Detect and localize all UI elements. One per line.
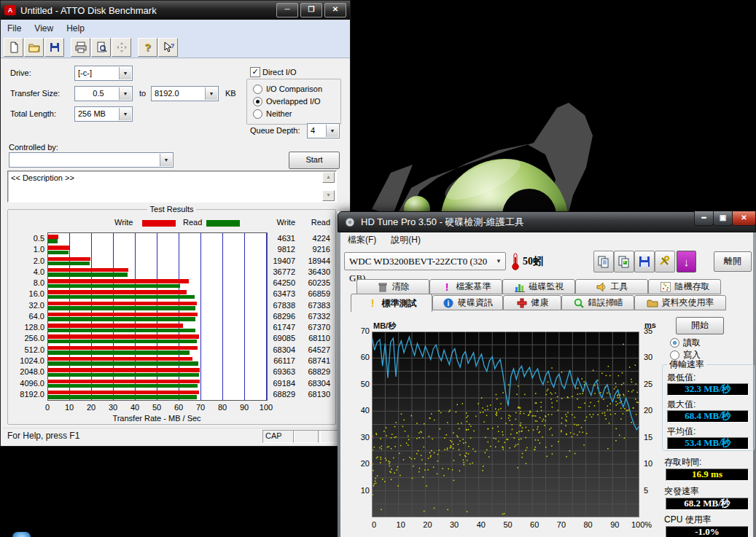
atto-maximize-button[interactable]: ❐ — [300, 3, 322, 17]
tab-硬碟資訊[interactable]: i硬碟資訊 — [432, 295, 503, 310]
row-label: 8192.0 — [8, 390, 44, 399]
right-axis-tick: 20 — [644, 406, 660, 415]
read-radio[interactable] — [670, 338, 679, 348]
save-screenshot-button[interactable] — [634, 251, 655, 273]
trash-icon — [377, 281, 389, 293]
save-button[interactable] — [44, 38, 64, 57]
drive-combo[interactable]: [-c-] ▼ — [74, 66, 133, 81]
transfer-to-arrow-icon[interactable]: ▼ — [205, 87, 217, 100]
drive-combo-arrow-icon[interactable]: ▼ — [119, 67, 131, 79]
hdtune-menu-item[interactable]: 檔案(F) — [340, 232, 383, 248]
test-results-title: Test Results — [147, 205, 197, 213]
controlled-by-arrow-icon[interactable]: ▼ — [160, 154, 172, 166]
hdtune-maximize-button[interactable]: ▣ — [713, 211, 733, 226]
description-scroll-down-icon[interactable]: ▼ — [322, 190, 335, 201]
description-scroll-up-icon[interactable]: ▲ — [322, 172, 335, 183]
exit-button[interactable]: 離開 — [714, 251, 752, 272]
tab-檔案基準[interactable]: !檔案基準 — [429, 279, 502, 294]
transfer-rate-group-title: 傳輸速率 — [667, 358, 706, 371]
tab-錯誤掃瞄[interactable]: 錯誤掃瞄 — [561, 295, 634, 310]
atto-menu-item-help[interactable]: Help — [60, 21, 91, 36]
tab-資料夾使用率[interactable]: 資料夾使用率 — [634, 295, 726, 310]
hdtune-titlebar[interactable]: HD Tune Pro 3.50 - 硬碟檢測-維護工具 — [338, 211, 756, 232]
hdtune-close-button[interactable]: ✕ — [732, 211, 756, 226]
hdtune-window-title: HD Tune Pro 3.50 - 硬碟檢測-維護工具 — [361, 216, 524, 229]
print-icon — [75, 42, 87, 53]
row-label: 256.0 — [8, 334, 44, 342]
read-bar — [48, 384, 198, 388]
read-value: 18944 — [292, 256, 330, 265]
benchmark-plot — [372, 332, 639, 517]
io-mode-option[interactable]: I/O Comparison — [253, 84, 322, 94]
tab-磁碟監視[interactable]: 磁碟監視 — [502, 279, 575, 294]
print-preview-button[interactable] — [91, 38, 111, 57]
write-value: 19407 — [257, 256, 295, 265]
left-axis-title: MB/秒 — [373, 321, 396, 332]
tab-工具[interactable]: 工具 — [575, 279, 648, 294]
copy-image-button[interactable] — [614, 251, 634, 273]
down-arrow-icon: ↓ — [684, 256, 690, 268]
update-download-button[interactable]: ↓ — [677, 251, 696, 273]
io-mode-radio[interactable] — [253, 97, 262, 106]
io-mode-option[interactable]: Overlapped I/O — [253, 96, 321, 106]
queue-depth-label: Queue Depth: — [250, 126, 300, 135]
open-file-button[interactable] — [24, 38, 44, 57]
tab-隨機存取[interactable]: 隨機存取 — [648, 279, 721, 294]
read-value: 68110 — [292, 334, 330, 342]
atto-menu-item-view[interactable]: View — [28, 21, 60, 36]
options-button[interactable] — [655, 251, 675, 273]
direct-io-checkbox[interactable]: ✓ — [250, 67, 260, 77]
x-axis-tick: 100% — [629, 520, 654, 529]
write-bar — [48, 380, 200, 384]
atto-titlebar[interactable]: A Untitled - ATTO Disk Benchmark ─ ❐ ✕ — [1, 1, 350, 20]
benchmark-start-button[interactable]: 開始 — [676, 317, 724, 334]
tab-健康[interactable]: 健康 — [503, 295, 561, 310]
pan-button[interactable] — [112, 38, 131, 57]
x-axis-tick: 100 — [257, 403, 275, 412]
tab-label: 磁碟監視 — [529, 281, 564, 293]
read-value: 60235 — [292, 278, 330, 287]
desktop: A Untitled - ATTO Disk Benchmark ─ ❐ ✕ F… — [0, 0, 756, 537]
x-axis-tick: 10 — [389, 520, 413, 529]
read-bar — [48, 329, 195, 333]
transfer-from-combo[interactable]: 0.5 ▼ — [74, 86, 133, 101]
transfer-from-arrow-icon[interactable]: ▼ — [119, 87, 131, 100]
io-mode-option[interactable]: Neither — [253, 109, 292, 119]
io-mode-radio[interactable] — [253, 109, 262, 119]
queue-depth-arrow-icon[interactable]: ▼ — [326, 125, 338, 137]
drive-select-combo[interactable]: WDC WD3200BEVT-22ZCT0 (320 GB) ▼ — [344, 252, 506, 270]
queue-depth-combo[interactable]: 4 ▼ — [307, 123, 340, 138]
total-length-value: 256 MB — [78, 109, 106, 118]
io-mode-radio[interactable] — [253, 85, 262, 94]
atto-toolbar: ? ? — [1, 36, 350, 58]
x-axis-tick: 20 — [82, 403, 100, 412]
controlled-by-combo[interactable]: ▼ — [9, 152, 174, 168]
about-button[interactable]: ? — [138, 38, 157, 57]
read-mode-option[interactable]: 讀取 — [670, 337, 701, 349]
description-box[interactable]: << Description >> ▲ ▼ — [7, 170, 337, 203]
write-bar — [48, 346, 198, 350]
total-length-combo[interactable]: 256 MB ▼ — [74, 106, 133, 122]
atto-menu-item-file[interactable]: File — [1, 21, 28, 36]
new-file-button[interactable] — [4, 38, 23, 57]
tab-標準測試[interactable]: !標準測試 — [351, 294, 432, 312]
hdtune-minimize-button[interactable]: ━ — [694, 211, 714, 226]
start-button[interactable]: Start — [289, 152, 340, 169]
start-orb[interactable] — [12, 532, 31, 537]
tab-清除[interactable]: 清除 — [356, 279, 429, 294]
print-button[interactable] — [71, 38, 90, 57]
read-value: 67332 — [292, 312, 330, 321]
hdtune-menu-item[interactable]: 說明(H) — [383, 232, 428, 248]
context-help-button[interactable]: ? — [158, 38, 178, 57]
total-length-arrow-icon[interactable]: ▼ — [119, 108, 131, 120]
x-axis-label: Transfer Rate - MB / Sec — [47, 414, 266, 423]
x-axis-tick: 50 — [496, 520, 521, 529]
tools-icon — [658, 255, 671, 268]
hdtune-window: HD Tune Pro 3.50 - 硬碟檢測-維護工具 ━ ▣ ✕ 檔案(F)… — [338, 211, 756, 537]
transfer-size-label: Transfer Size: — [10, 89, 60, 98]
x-axis-tick: 10 — [61, 403, 78, 412]
transfer-to-combo[interactable]: 8192.0 ▼ — [151, 86, 219, 101]
atto-minimize-button[interactable]: ─ — [276, 3, 298, 17]
atto-close-button[interactable]: ✕ — [324, 3, 346, 17]
copy-text-button[interactable] — [593, 251, 614, 273]
